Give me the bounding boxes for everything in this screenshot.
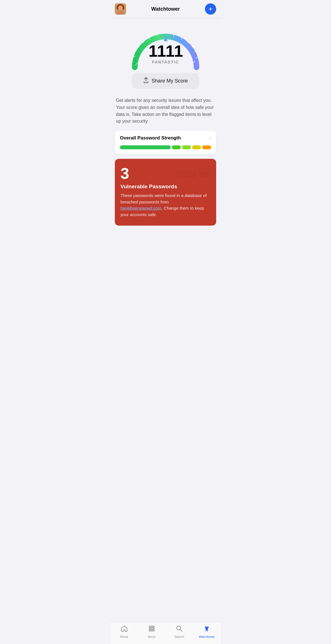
haveibeenpwned-link[interactable]: haveibeenpwned.com <box>120 206 161 210</box>
description-text: Get alerts for any security issues that … <box>110 97 221 130</box>
add-button[interactable]: + <box>205 3 216 15</box>
share-button[interactable]: Share My Score <box>132 73 199 89</box>
main-content: 1111 FANTASTIC Share My Score Get alerts… <box>110 18 221 251</box>
vuln-desc-start: These passwords were found in a database… <box>120 193 207 204</box>
card-title: Overall Password Strength <box>120 135 181 141</box>
key-decoration <box>174 164 211 185</box>
strength-bar-4 <box>202 145 211 149</box>
strength-bar-2 <box>182 145 191 149</box>
svg-point-6 <box>118 6 123 10</box>
strength-bar-1 <box>172 145 181 149</box>
svg-line-11 <box>137 45 139 47</box>
strength-bar-long <box>120 145 171 149</box>
gauge-score: 1111 FANTASTIC <box>149 43 182 64</box>
share-icon <box>143 77 149 85</box>
gauge-label: FANTASTIC <box>149 60 182 64</box>
header-title: Watchtower <box>151 6 180 12</box>
gauge-container: 1111 FANTASTIC <box>126 24 205 69</box>
svg-point-24 <box>178 172 182 176</box>
chevron-right-icon: › <box>209 135 211 141</box>
avatar[interactable] <box>115 3 126 15</box>
share-button-label: Share My Score <box>152 78 188 84</box>
svg-point-25 <box>185 172 189 176</box>
vuln-description: These passwords were found in a database… <box>120 192 211 218</box>
svg-point-26 <box>192 173 195 176</box>
password-strength-card[interactable]: Overall Password Strength › <box>115 130 216 154</box>
vulnerable-passwords-card[interactable]: 3 Vulnerable Passwords These passwords w… <box>115 159 216 226</box>
svg-line-12 <box>142 41 144 43</box>
card-header: Overall Password Strength › <box>120 135 211 141</box>
gauge-section: 1111 FANTASTIC Share My Score <box>110 18 221 97</box>
svg-line-10 <box>133 51 136 51</box>
strength-bar-3 <box>192 145 201 149</box>
svg-point-29 <box>201 173 204 176</box>
app-header: Watchtower + <box>110 0 221 18</box>
gauge-number: 1111 <box>149 43 182 59</box>
strength-bars <box>120 145 211 150</box>
svg-point-30 <box>205 173 208 176</box>
